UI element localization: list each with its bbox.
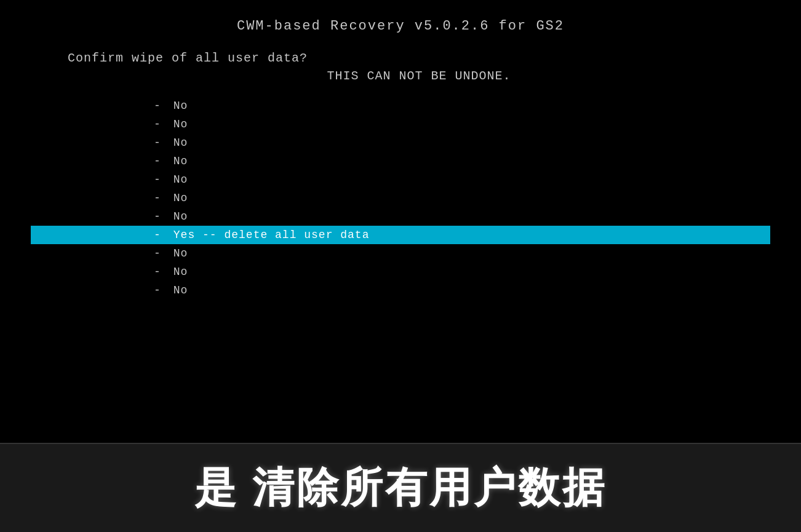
menu-label: No bbox=[173, 210, 188, 223]
menu-dash: - bbox=[154, 173, 161, 186]
bottom-section: 是 清除所有用户数据 bbox=[0, 443, 801, 532]
menu-label: Yes -- delete all user data bbox=[173, 229, 370, 241]
menu-label: No bbox=[173, 266, 188, 278]
menu-dash: - bbox=[154, 266, 161, 278]
menu-item[interactable]: -No bbox=[31, 170, 770, 189]
menu-dash: - bbox=[154, 118, 161, 130]
menu-dash: - bbox=[154, 137, 161, 149]
terminal-screen: CWM-based Recovery v5.0.2.6 for GS2 Conf… bbox=[0, 0, 801, 443]
menu-item[interactable]: -Yes -- delete all user data bbox=[31, 226, 770, 244]
menu-label: No bbox=[173, 137, 188, 149]
menu-label: No bbox=[173, 247, 188, 260]
warning-message: THIS CAN NOT BE UNDONE. bbox=[31, 69, 770, 83]
menu-item[interactable]: -No bbox=[31, 97, 770, 115]
menu-dash: - bbox=[154, 210, 161, 223]
menu-label: No bbox=[173, 100, 188, 112]
menu-item[interactable]: -No bbox=[31, 152, 770, 170]
menu-item[interactable]: -No bbox=[31, 281, 770, 300]
menu-label: No bbox=[173, 155, 188, 167]
menu-item[interactable]: -No bbox=[31, 244, 770, 263]
chinese-caption: 是 清除所有用户数据 bbox=[194, 460, 607, 516]
menu-container: -No-No-No-No-No-No-No-Yes -- delete all … bbox=[31, 97, 770, 300]
menu-item[interactable]: -No bbox=[31, 115, 770, 133]
menu-dash: - bbox=[154, 247, 161, 260]
menu-dash: - bbox=[154, 100, 161, 112]
menu-item[interactable]: -No bbox=[31, 133, 770, 152]
menu-dash: - bbox=[154, 192, 161, 204]
menu-label: No bbox=[173, 173, 188, 186]
terminal-title: CWM-based Recovery v5.0.2.6 for GS2 bbox=[31, 18, 770, 34]
menu-item[interactable]: -No bbox=[31, 189, 770, 207]
menu-label: No bbox=[173, 118, 188, 130]
menu-item[interactable]: -No bbox=[31, 207, 770, 226]
menu-label: No bbox=[173, 284, 188, 296]
menu-label: No bbox=[173, 192, 188, 204]
menu-dash: - bbox=[154, 155, 161, 167]
menu-dash: - bbox=[154, 229, 161, 241]
confirm-question: Confirm wipe of all user data? bbox=[31, 51, 770, 65]
menu-list: -No-No-No-No-No-No-No-Yes -- delete all … bbox=[31, 97, 770, 300]
menu-item[interactable]: -No bbox=[31, 263, 770, 281]
menu-dash: - bbox=[154, 284, 161, 296]
